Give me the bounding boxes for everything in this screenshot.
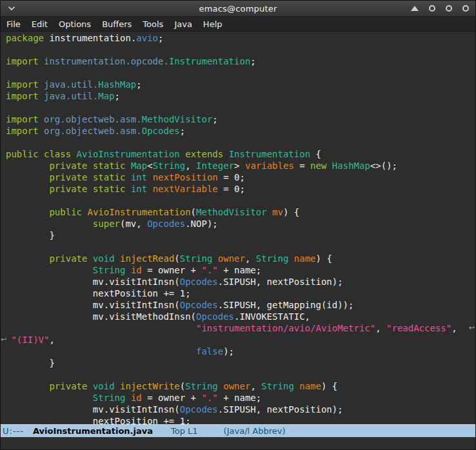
code-token: = owner + — [142, 265, 202, 275]
code-line: import instrumentation.opcode.Instrument… — [6, 55, 475, 67]
code-line — [6, 369, 475, 380]
code-token — [6, 207, 49, 217]
code-editor[interactable]: package instrumentation.avio;import inst… — [1, 32, 475, 424]
shade-icon[interactable] — [411, 6, 419, 11]
code-token: public — [49, 207, 82, 217]
menu-tools[interactable]: Tools — [143, 19, 163, 29]
code-token: ; — [212, 114, 217, 124]
code-token: private — [49, 172, 87, 182]
code-token: String — [153, 161, 186, 171]
code-token — [223, 149, 228, 159]
code-token: .NOP); — [185, 219, 218, 229]
code-token: import — [6, 79, 39, 90]
code-line: mv.visitIntInsn(Opcodes.SIPUSH, nextPosi… — [6, 276, 475, 288]
modeline-major-minor-modes[interactable]: (Java/l Abbrev) — [224, 426, 286, 436]
code-line: mv.visitMethodInsn(Opcodes.INVOKESTATIC, — [6, 311, 475, 322]
chevron-down-icon[interactable] — [7, 5, 16, 12]
minimize-icon[interactable] — [429, 5, 435, 12]
code-line — [6, 241, 475, 253]
code-token: Opcodes — [180, 300, 218, 310]
code-token: ; — [250, 56, 255, 66]
code-token: , — [375, 323, 386, 333]
code-token: "(II)V" — [11, 335, 49, 345]
code-token — [288, 253, 293, 264]
code-token: avio — [136, 33, 158, 43]
code-token — [212, 253, 217, 264]
code-token: { — [310, 149, 321, 159]
titlebar[interactable]: emacs@computer — [1, 1, 475, 17]
code-token — [294, 381, 299, 391]
menu-java[interactable]: Java — [174, 19, 192, 29]
menu-file[interactable]: File — [6, 19, 21, 29]
menu-buffers[interactable]: Buffers — [102, 19, 132, 29]
code-token: Opcodes — [196, 311, 234, 322]
code-token: super — [93, 219, 120, 229]
code-token — [6, 381, 49, 391]
code-token: "readAccess" — [386, 323, 451, 333]
menubar: FileEditOptionsBuffersToolsJavaHelp — [1, 17, 475, 32]
code-token: Opcodes — [147, 219, 185, 229]
code-token: id — [131, 265, 142, 275]
code-line: mv.visitIntInsn(Opcodes.SIPUSH, getMappi… — [6, 299, 475, 311]
code-token: Opcodes — [180, 277, 218, 287]
echo-area[interactable] — [1, 437, 475, 449]
code-line: private static int nextPosition = 0; — [6, 171, 475, 183]
code-token: id — [131, 393, 142, 403]
window-title: emacs@computer — [84, 4, 392, 14]
code-token: , — [185, 161, 196, 171]
code-line: private static int nextVariable = 0; — [6, 183, 475, 195]
code-token: Map — [98, 91, 114, 101]
code-token — [218, 381, 223, 391]
maximize-icon[interactable] — [446, 5, 452, 12]
code-token — [267, 207, 272, 217]
code-token — [125, 172, 130, 182]
code-token: mv — [272, 207, 283, 217]
emacs-window: emacs@computer FileEditOptionsBuffersToo… — [0, 0, 476, 450]
code-line: import org.objectweb.asm.MethodVisitor; — [6, 113, 475, 125]
menu-help[interactable]: Help — [203, 19, 223, 29]
menu-options[interactable]: Options — [59, 19, 91, 29]
code-token: ( — [180, 381, 185, 391]
code-token: } — [6, 358, 55, 368]
code-token — [87, 172, 92, 182]
code-token: + name; — [218, 393, 261, 403]
code-token: mv.visitIntInsn( — [6, 277, 180, 287]
code-token: (mv, — [120, 219, 147, 229]
code-token — [115, 381, 120, 391]
code-token — [87, 381, 92, 391]
code-token: "instrumentation/avio/AvioMetric" — [196, 323, 375, 333]
code-line: super(mv, Opcodes.NOP); — [6, 218, 475, 230]
menu-edit[interactable]: Edit — [32, 19, 48, 29]
code-token: String — [93, 393, 126, 403]
code-token: public — [6, 149, 39, 159]
code-token: int — [131, 172, 147, 182]
code-line: "(II)V", — [6, 334, 475, 346]
code-token: package — [6, 33, 44, 43]
code-token: static — [93, 161, 126, 171]
code-token: static — [93, 172, 126, 182]
code-token: instrumentation.opcode. — [39, 56, 169, 66]
code-token: <>(); — [370, 161, 397, 171]
code-line: public class AvioInstrumentation extends… — [6, 148, 475, 160]
code-token: class — [44, 149, 71, 159]
code-token: ; — [180, 126, 185, 136]
code-line: private void injectWrite(String owner, S… — [6, 380, 475, 392]
modeline-coding-flags: U:--- — [3, 426, 24, 436]
code-token: AvioInstrumentation — [87, 207, 190, 217]
modeline: U:--- AvioInstrumentation.java Top L1 (J… — [1, 424, 475, 437]
modeline-position: Top L1 — [171, 426, 198, 436]
code-token: ; — [115, 91, 120, 101]
code-token: Integer — [196, 161, 234, 171]
code-line — [6, 195, 475, 206]
code-token: Instrumentation — [169, 56, 250, 66]
close-icon[interactable] — [462, 5, 469, 12]
code-line — [6, 44, 475, 55]
modeline-buffer-name[interactable]: AvioInstrumentation.java — [33, 426, 153, 436]
code-token: variables — [245, 161, 294, 171]
code-token: .INVOKESTATIC, — [234, 311, 310, 322]
code-token: < — [147, 161, 152, 171]
code-token: ) { — [321, 381, 337, 391]
code-token: mv.visitIntInsn( — [6, 300, 180, 310]
code-token — [6, 172, 49, 182]
code-token: = — [294, 161, 310, 171]
